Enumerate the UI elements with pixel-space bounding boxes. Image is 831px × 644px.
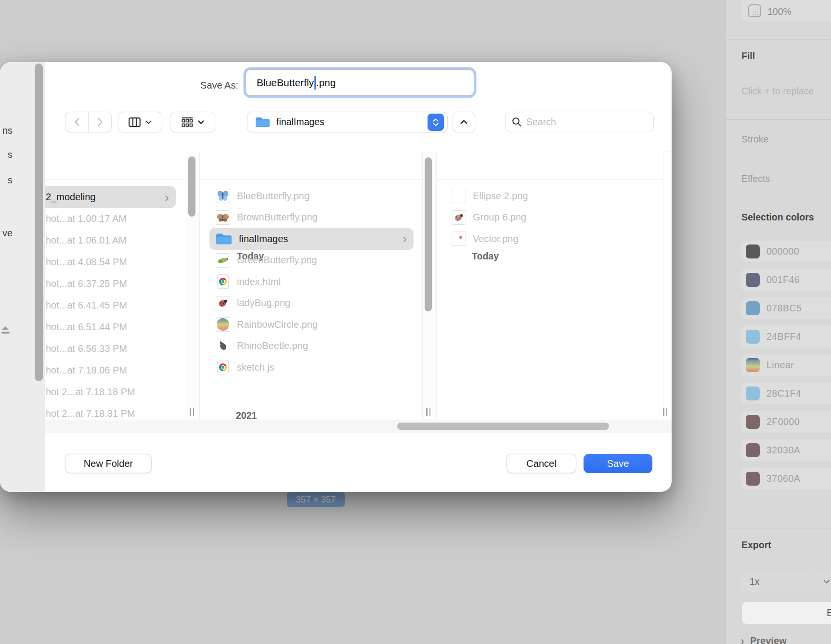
file-row: hot...at 6.56.33 PM xyxy=(45,338,186,360)
file-row: Ellipse 2.png xyxy=(437,185,663,207)
back-icon xyxy=(74,117,80,127)
export-button[interactable]: E xyxy=(741,602,831,624)
color-swatch[interactable] xyxy=(746,330,760,344)
chevron-right-icon: › xyxy=(740,636,744,644)
folder-row-selected[interactable]: finalImages › xyxy=(209,228,414,250)
chevron-down-icon xyxy=(198,120,204,124)
new-folder-button[interactable]: New Folder xyxy=(65,454,152,473)
chevron-down-icon xyxy=(816,580,831,584)
export-scale-select[interactable]: 1x xyxy=(741,570,831,593)
sidebar-item[interactable]: ns xyxy=(2,125,13,136)
preview-toggle[interactable]: › Preview xyxy=(740,635,787,644)
folder-icon xyxy=(216,232,232,245)
selection-color-row[interactable]: 001F46 xyxy=(741,269,831,291)
color-swatch[interactable] xyxy=(746,472,760,486)
preview-label: Preview xyxy=(750,635,787,644)
file-row: Vector.png xyxy=(437,228,663,250)
filename-input[interactable]: BlueButterfly.png xyxy=(246,69,474,96)
selection-color-row[interactable]: 24BFF4 xyxy=(741,326,831,348)
zoom-control[interactable]: 100% xyxy=(741,0,831,22)
section-header: 2021 xyxy=(236,410,257,420)
zoom-value: 100% xyxy=(767,6,792,17)
search-icon xyxy=(512,117,522,127)
color-hex-label: Linear xyxy=(766,360,794,371)
up-icon xyxy=(460,120,467,124)
forward-button[interactable] xyxy=(88,112,112,132)
fill-section-title: Fill xyxy=(741,51,755,62)
view-mode-button[interactable] xyxy=(118,112,162,132)
selection-color-row[interactable]: Linear xyxy=(741,354,831,376)
effects-section-title: Effects xyxy=(741,173,770,184)
divider xyxy=(726,200,831,200)
stepper-icon[interactable] xyxy=(428,114,444,131)
rainbow-icon xyxy=(216,317,230,332)
file-name: hot 2...at 7.18.31 PM xyxy=(46,408,135,419)
file-column-current: Today BlueButterfly.png BrownButterfly.p… xyxy=(200,152,422,420)
chrome-icon xyxy=(217,360,229,374)
selection-color-row[interactable]: 32030A xyxy=(741,439,831,461)
location-dropdown[interactable]: finalImages xyxy=(247,112,448,132)
file-name: sketch.js xyxy=(237,362,274,373)
up-directory-button[interactable] xyxy=(453,112,475,132)
chevron-down-icon xyxy=(145,120,152,124)
ladybug-icon xyxy=(216,296,230,310)
folder-row[interactable]: 2_modeling › xyxy=(45,186,176,208)
file-name: RhinoBeetle.png xyxy=(237,340,308,351)
selection-color-row[interactable]: 2F0000 xyxy=(741,411,831,433)
selection-color-row[interactable]: 28C1F4 xyxy=(741,383,831,404)
file-row: Group 6.png xyxy=(437,207,663,229)
color-swatch[interactable] xyxy=(746,245,760,258)
file-name: ladyBug.png xyxy=(237,297,290,309)
eject-icon[interactable] xyxy=(1,326,10,334)
group-options-button[interactable] xyxy=(170,112,215,132)
group-view-icon xyxy=(182,117,193,127)
divider xyxy=(726,528,831,528)
caterpillar-icon xyxy=(216,253,230,268)
color-swatch[interactable] xyxy=(746,301,760,315)
sidebar-item[interactable]: s xyxy=(8,149,13,160)
selection-color-row[interactable]: 000000 xyxy=(741,241,831,262)
file-row: index.html xyxy=(200,271,422,293)
search-input[interactable]: Search xyxy=(505,112,654,132)
gradient-swatch[interactable] xyxy=(746,358,760,372)
color-hex-label: 32030A xyxy=(766,445,800,456)
color-swatch[interactable] xyxy=(746,415,760,429)
sidebar-item[interactable]: s xyxy=(8,175,13,186)
color-hex-label: 078BC5 xyxy=(766,303,802,314)
color-swatch[interactable] xyxy=(746,386,760,400)
save-button[interactable]: Save xyxy=(584,454,652,473)
folder-name: 2_modeling xyxy=(46,192,95,203)
blank-image-icon xyxy=(452,189,466,203)
file-name: hot...at 1.06.01 AM xyxy=(46,235,127,246)
save-dialog: ns s s ve Save As: BlueButterfly.png xyxy=(0,62,672,492)
file-name: Group 6.png xyxy=(473,212,526,223)
column-resize-handle[interactable] xyxy=(663,408,667,416)
selection-color-row[interactable]: 078BC5 xyxy=(741,297,831,319)
color-hex-label: 28C1F4 xyxy=(766,388,801,399)
fill-hint: Click + to replace xyxy=(741,86,814,97)
column-scrollbar[interactable] xyxy=(188,156,195,217)
cancel-button[interactable]: Cancel xyxy=(506,454,576,473)
column-scrollbar[interactable] xyxy=(425,157,432,311)
sidebar-scrollbar[interactable] xyxy=(35,64,43,381)
text-caret xyxy=(314,76,316,90)
history-nav xyxy=(65,112,112,132)
color-hex-label: 37060A xyxy=(766,473,800,484)
file-name: BlueButterfly.png xyxy=(237,191,310,202)
file-name: BrownButterfly.png xyxy=(237,212,318,223)
file-row: hot...at 1.00.17 AM xyxy=(45,208,186,230)
export-button-label: E xyxy=(827,607,831,618)
color-swatch[interactable] xyxy=(746,443,760,457)
divider xyxy=(726,119,831,120)
column-resize-handle[interactable] xyxy=(190,408,194,416)
selection-color-row[interactable]: 37060A xyxy=(741,468,831,489)
save-as-label: Save As: xyxy=(178,80,238,91)
chrome-icon xyxy=(217,274,229,289)
back-button[interactable] xyxy=(65,112,88,132)
color-swatch[interactable] xyxy=(746,273,760,287)
column-resize-handle[interactable] xyxy=(426,408,430,416)
folder-name: finalImages xyxy=(239,233,288,245)
horizontal-scrollbar[interactable] xyxy=(397,423,609,430)
sidebar-item[interactable]: ve xyxy=(2,228,13,239)
file-row: ladyBug.png xyxy=(200,293,422,314)
